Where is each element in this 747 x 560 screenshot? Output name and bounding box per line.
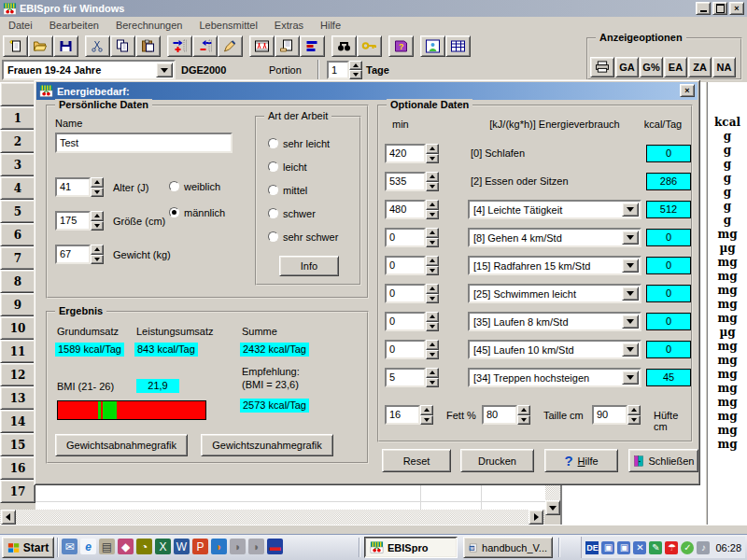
horizontal-scrollbar[interactable] bbox=[0, 510, 544, 525]
volume-icon[interactable]: ♪ bbox=[697, 541, 710, 554]
groesse-input[interactable]: 175 bbox=[55, 211, 91, 231]
row-header-5[interactable]: 5 bbox=[0, 200, 35, 223]
activity-minutes-stepper[interactable] bbox=[426, 312, 439, 331]
chevron-down-icon[interactable] bbox=[156, 63, 173, 77]
corner-header[interactable] bbox=[0, 82, 35, 106]
row-header-1[interactable]: 1 bbox=[0, 106, 35, 130]
reset-button[interactable]: Reset bbox=[382, 449, 451, 472]
row-header-8[interactable]: 8 bbox=[0, 270, 35, 293]
copy-button[interactable] bbox=[110, 35, 135, 57]
spin-up-icon[interactable] bbox=[426, 144, 439, 154]
chevron-down-icon[interactable] bbox=[622, 287, 639, 301]
profile-select[interactable]: Frauen 19-24 Jahre bbox=[2, 60, 176, 80]
activity-minutes-stepper[interactable] bbox=[426, 200, 439, 219]
activity-select[interactable]: [34] Treppen hochsteigen bbox=[468, 368, 641, 387]
activity-minutes-input[interactable]: 0 bbox=[385, 284, 426, 303]
chevron-down-icon[interactable] bbox=[622, 371, 639, 385]
activity-select[interactable]: [4] Leichte Tätigkeit bbox=[468, 200, 641, 219]
activity-minutes-stepper[interactable] bbox=[426, 368, 439, 387]
insert-row-button[interactable] bbox=[167, 35, 192, 57]
activity-minutes-stepper[interactable] bbox=[426, 340, 439, 359]
row-header-3[interactable]: 3 bbox=[0, 153, 35, 176]
ie-icon[interactable]: e bbox=[80, 539, 96, 554]
taille-stepper[interactable] bbox=[517, 405, 530, 425]
row-header-9[interactable]: 9 bbox=[0, 293, 35, 316]
gender-radio-männlich[interactable] bbox=[169, 207, 179, 217]
excel-icon[interactable]: X bbox=[155, 539, 171, 554]
network-icon[interactable]: ▣ bbox=[601, 541, 614, 554]
fett-input[interactable]: 16 bbox=[385, 405, 420, 425]
menu-berechnungen[interactable]: Berechnungen bbox=[107, 18, 191, 33]
key-button[interactable] bbox=[357, 35, 382, 57]
activity-minutes-stepper[interactable] bbox=[426, 172, 439, 191]
task-ebispro[interactable]: EBISpro bbox=[364, 537, 458, 558]
activity-minutes-stepper[interactable] bbox=[426, 144, 439, 163]
app-icon-2[interactable]: ◗ bbox=[248, 539, 264, 554]
spin-down-icon[interactable] bbox=[426, 350, 439, 360]
activity-minutes-input[interactable]: 0 bbox=[385, 228, 426, 247]
activity-minutes-input[interactable]: 0 bbox=[385, 312, 426, 331]
arbeit-radio-leicht[interactable] bbox=[268, 161, 278, 172]
activity-minutes-input[interactable]: 480 bbox=[385, 200, 426, 219]
delete-row-button[interactable] bbox=[192, 35, 218, 57]
preview-button[interactable] bbox=[420, 35, 445, 57]
dialog-close-button[interactable]: × bbox=[680, 84, 695, 97]
spin-down-icon[interactable] bbox=[426, 294, 439, 304]
activity-select[interactable]: [45] Laufen 10 km/Std bbox=[468, 340, 641, 359]
clock-icon[interactable]: ◔ bbox=[136, 539, 152, 554]
spin-up-icon[interactable] bbox=[426, 200, 439, 210]
desk-icon[interactable]: ▤ bbox=[99, 539, 115, 554]
row-header-10[interactable]: 10 bbox=[0, 316, 35, 340]
arbeit-radio-sehr-schwer[interactable] bbox=[268, 231, 278, 242]
row-header-12[interactable]: 12 bbox=[0, 363, 35, 386]
spin-down-icon[interactable] bbox=[426, 378, 439, 388]
fett-stepper[interactable] bbox=[420, 405, 433, 425]
powerpoint-icon[interactable]: P bbox=[192, 539, 208, 554]
menu-hilfe[interactable]: Hilfe bbox=[312, 18, 349, 33]
new-button[interactable] bbox=[3, 35, 28, 57]
scroll-right-arrow[interactable] bbox=[529, 510, 543, 525]
gewicht-stepper[interactable] bbox=[91, 245, 104, 264]
close-button[interactable]: × bbox=[729, 2, 744, 15]
days-stepper[interactable] bbox=[349, 61, 362, 79]
edit-button[interactable] bbox=[218, 35, 243, 57]
spin-up-icon[interactable] bbox=[426, 172, 439, 182]
spin-down-icon[interactable] bbox=[426, 182, 439, 192]
activity-button[interactable] bbox=[249, 35, 275, 57]
info-button[interactable]: Info bbox=[279, 256, 339, 276]
chevron-down-icon[interactable] bbox=[622, 315, 639, 329]
cut-button[interactable] bbox=[85, 35, 110, 57]
drucken-button[interactable]: Drucken bbox=[460, 449, 534, 472]
chevron-down-icon[interactable] bbox=[622, 343, 639, 357]
schliessen-button[interactable]: Schließen bbox=[628, 449, 698, 472]
chevron-down-icon[interactable] bbox=[622, 203, 639, 217]
activity-select[interactable]: [15] Radfahren 15 km/Std bbox=[468, 256, 641, 275]
spin-up-icon[interactable] bbox=[426, 284, 439, 294]
spin-up-icon[interactable] bbox=[426, 340, 439, 350]
menu-lebensmittel[interactable]: Lebensmittel bbox=[190, 18, 265, 33]
spin-up-icon[interactable] bbox=[426, 228, 439, 238]
arbeit-radio-schwer[interactable] bbox=[268, 208, 278, 218]
spin-down-icon[interactable] bbox=[426, 154, 439, 164]
activity-select[interactable]: [35] Laufen 8 km/Std bbox=[468, 312, 641, 331]
row-header-16[interactable]: 16 bbox=[0, 456, 35, 480]
language-indicator[interactable]: DE bbox=[585, 541, 599, 554]
task-handbuch[interactable]: W handbuch_V... bbox=[463, 537, 553, 558]
search-button[interactable] bbox=[331, 35, 357, 57]
app-icon-1[interactable]: ◗ bbox=[230, 539, 246, 554]
groesse-stepper[interactable] bbox=[91, 211, 104, 231]
menu-extras[interactable]: Extras bbox=[266, 18, 312, 33]
days-input[interactable]: 1 bbox=[327, 61, 349, 79]
activity-minutes-input[interactable]: 0 bbox=[385, 340, 426, 359]
row-header-4[interactable]: 4 bbox=[0, 176, 35, 200]
agent-icon[interactable]: ✓ bbox=[681, 541, 694, 554]
row-header-17[interactable]: 17 bbox=[0, 480, 35, 503]
chevron-down-icon[interactable] bbox=[622, 259, 639, 273]
handbook-button[interactable]: ? bbox=[388, 35, 414, 57]
network-icon[interactable]: ▣ bbox=[617, 541, 630, 554]
save-button[interactable] bbox=[53, 35, 78, 57]
msn-icon[interactable]: ◆ bbox=[118, 539, 134, 554]
antivirus-icon[interactable]: ☂ bbox=[665, 541, 678, 554]
protocol-button[interactable] bbox=[275, 35, 300, 57]
huefte-input[interactable]: 90 bbox=[592, 405, 627, 425]
